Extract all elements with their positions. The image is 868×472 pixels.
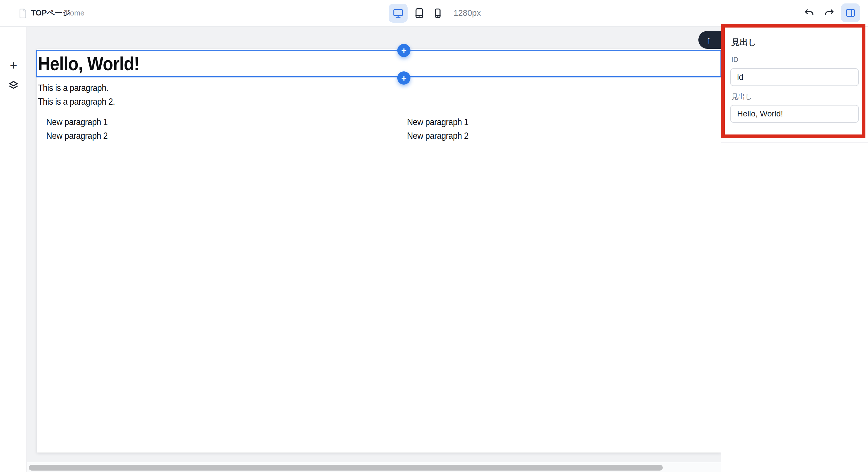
layers-icon <box>7 79 20 92</box>
column-left[interactable]: New paragraph 1 New paragraph 2 <box>37 115 398 143</box>
arrow-up-icon: ↑ <box>706 34 711 45</box>
column-paragraph: New paragraph 1 <box>407 115 468 129</box>
redo-icon <box>823 7 835 19</box>
id-input[interactable] <box>730 68 859 86</box>
top-bar: TOPページ /home <box>0 0 868 27</box>
smartphone-icon <box>432 7 443 19</box>
insert-block-above-button[interactable]: + <box>397 44 410 57</box>
inspector-title: 見出し <box>732 37 756 48</box>
insert-block-below-button[interactable]: + <box>397 71 410 85</box>
document-icon <box>19 8 27 19</box>
heading-text: Hello, World! <box>38 50 139 77</box>
undo-icon <box>803 7 815 19</box>
page-preview <box>37 49 721 452</box>
add-block-button[interactable]: + <box>6 58 21 72</box>
canvas-paragraph-block[interactable]: This is a paragraph. <box>38 81 382 95</box>
undo-button[interactable] <box>802 6 817 21</box>
heading-field-label: 見出し <box>732 92 752 101</box>
column-right[interactable]: New paragraph 1 New paragraph 2 <box>398 115 758 143</box>
redo-button[interactable] <box>822 6 837 21</box>
panel-section-divider <box>721 142 868 142</box>
viewport-width-label: 1280px <box>454 0 481 26</box>
column-paragraph: New paragraph 2 <box>46 129 107 143</box>
device-tablet-button[interactable] <box>410 4 429 23</box>
desktop-icon <box>392 7 404 19</box>
canvas-heading-block[interactable]: Hello, World! <box>38 50 698 77</box>
heading-text-input[interactable] <box>730 105 859 123</box>
sidebar-right-icon <box>845 7 856 19</box>
canvas-columns-block: New paragraph 1 New paragraph 2 New para… <box>37 115 758 143</box>
device-phone-button[interactable] <box>428 4 447 23</box>
left-toolbar-rail: + <box>0 27 27 472</box>
plus-icon: + <box>401 73 407 82</box>
page-path: /home <box>64 0 84 26</box>
canvas-paragraph-block[interactable]: This is a paragraph 2. <box>38 95 382 109</box>
panel-toggle-button[interactable] <box>841 3 860 22</box>
horizontal-scrollbar-thumb[interactable] <box>29 465 663 471</box>
id-field-label: ID <box>732 56 738 64</box>
tablet-icon <box>414 7 425 19</box>
column-paragraph: New paragraph 2 <box>407 129 468 143</box>
column-paragraph: New paragraph 1 <box>46 115 107 129</box>
plus-icon: + <box>10 59 17 72</box>
plus-icon: + <box>401 46 407 55</box>
layers-button[interactable] <box>7 79 20 92</box>
device-desktop-button[interactable] <box>389 4 408 23</box>
page-builder-app: TOPページ /home <box>0 0 868 472</box>
